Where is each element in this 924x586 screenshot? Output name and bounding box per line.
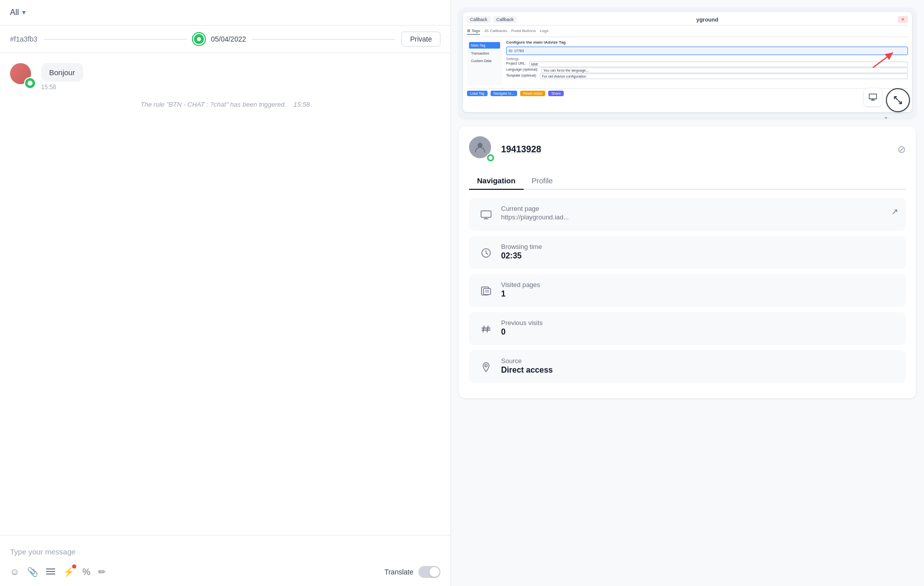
message-input-placeholder[interactable]: Type your message: [10, 543, 440, 560]
input-area: Type your message ☺ 📎 ⚡ % ✏ Translate: [0, 535, 450, 586]
browser-mock: Callback Callback yground ✕ ⊞ Tags JS Ca…: [463, 12, 912, 112]
badge-red: [72, 564, 76, 568]
svg-rect-5: [481, 211, 491, 217]
browsing-time-card: Browsing time 02:35: [469, 236, 906, 269]
system-message-text: The rule "BTN - CHAT : ?chat" has been t…: [141, 101, 287, 108]
clock-icon: [477, 244, 495, 262]
browsing-time-value: 02:35: [501, 251, 898, 260]
top-bar: All ▼: [0, 0, 450, 26]
current-page-value: https://playground.iad...: [501, 213, 885, 221]
source-content: Source Direct access: [501, 357, 898, 375]
chevron-down-icon: ▼: [21, 9, 27, 16]
avatar-status-dot: [24, 77, 36, 89]
avatar-secondary-inner: [28, 81, 33, 86]
expand-icon-button[interactable]: Take control: [886, 88, 910, 112]
browsing-time-content: Browsing time 02:35: [501, 243, 898, 260]
message-time: 15:58: [41, 84, 83, 91]
filter-label: All: [10, 8, 19, 17]
left-panel: All ▼ #f1a3fb3 05/04/2022 Private Bonjou…: [0, 0, 451, 586]
online-indicator: [193, 33, 205, 45]
browsing-time-label: Browsing time: [501, 243, 898, 250]
browser-title: yground: [697, 17, 719, 23]
visitor-header: 19413928 ⊘: [469, 136, 906, 162]
svg-rect-3: [869, 94, 877, 99]
message-row: Bonjour 15:58: [10, 63, 440, 91]
location-icon: [477, 358, 495, 376]
external-link-icon[interactable]: ↗: [891, 207, 898, 216]
screenshot-card: Callback Callback yground ✕ ⊞ Tags JS Ca…: [459, 8, 916, 118]
previous-visits-content: Previous visits 0: [501, 319, 898, 337]
translate-section: Translate: [384, 566, 440, 578]
toggle-thumb: [429, 567, 439, 577]
current-page-label: Current page: [501, 205, 885, 212]
source-card: Source Direct access: [469, 350, 906, 383]
avatar-group: [10, 63, 36, 89]
visited-pages-card: Visited pages 1: [469, 274, 906, 307]
list-icon[interactable]: [46, 567, 55, 577]
tab-navigation[interactable]: Navigation: [469, 172, 524, 190]
visitor-online-status: [486, 153, 495, 162]
previous-visits-card: Previous visits 0: [469, 312, 906, 345]
svg-line-11: [483, 326, 484, 332]
divider-2: [252, 39, 395, 40]
emoji-icon[interactable]: ☺: [10, 567, 19, 577]
percent-icon[interactable]: %: [82, 567, 90, 577]
toolbar-row: ☺ 📎 ⚡ % ✏ Translate: [10, 566, 440, 578]
right-panel: Callback Callback yground ✕ ⊞ Tags JS Ca…: [451, 0, 924, 586]
screenshot-controls: Take control: [864, 88, 910, 112]
edit-icon[interactable]: ✏: [98, 566, 106, 577]
visited-pages-value: 1: [501, 289, 898, 299]
svg-rect-8: [484, 288, 491, 295]
attach-icon[interactable]: 📎: [27, 566, 38, 577]
message-bubble: Bonjour: [41, 63, 83, 82]
message-text: Bonjour: [49, 68, 75, 77]
source-value: Direct access: [501, 366, 898, 375]
message-content: Bonjour 15:58: [41, 63, 83, 91]
svg-line-12: [487, 326, 488, 332]
visitor-avatar: [469, 136, 495, 162]
messages-area: Bonjour 15:58 The rule "BTN - CHAT : ?ch…: [0, 53, 450, 535]
system-message-time: 15:58: [294, 101, 310, 108]
conversation-header: #f1a3fb3 05/04/2022 Private: [0, 26, 450, 53]
visitor-id[interactable]: 19413928: [501, 144, 541, 155]
translate-label: Translate: [384, 568, 413, 576]
lightning-icon[interactable]: ⚡: [63, 566, 74, 577]
previous-visits-value: 0: [501, 328, 898, 337]
monitor-icon-button[interactable]: [864, 88, 882, 106]
system-message: The rule "BTN - CHAT : ?chat" has been t…: [10, 97, 440, 112]
visited-pages-content: Visited pages 1: [501, 281, 898, 299]
filter-dropdown[interactable]: All ▼: [10, 8, 27, 17]
svg-point-15: [485, 365, 488, 367]
divider: [44, 39, 187, 40]
status-button[interactable]: Private: [401, 32, 440, 47]
online-dot-inner: [197, 37, 201, 41]
pages-icon: [477, 282, 495, 300]
current-page-content: Current page https://playground.iad...: [501, 205, 885, 221]
conversation-id: #f1a3fb3: [10, 35, 38, 43]
conversation-date: 05/04/2022: [211, 35, 246, 43]
screenshot-preview: Callback Callback yground ✕ ⊞ Tags JS Ca…: [459, 8, 916, 118]
tab-profile[interactable]: Profile: [524, 172, 561, 190]
source-label: Source: [501, 357, 898, 365]
monitor-icon: [477, 206, 495, 224]
previous-visits-label: Previous visits: [501, 319, 898, 327]
visitor-nav-tabs: Navigation Profile: [469, 172, 906, 190]
translate-toggle[interactable]: [418, 566, 440, 578]
block-icon[interactable]: ⊘: [897, 143, 906, 155]
visited-pages-label: Visited pages: [501, 281, 898, 288]
hash-icon: [477, 320, 495, 338]
current-page-card: Current page https://playground.iad... ↗: [469, 198, 906, 231]
visitor-card: 19413928 ⊘ Navigation Profile Current pa…: [459, 126, 916, 398]
